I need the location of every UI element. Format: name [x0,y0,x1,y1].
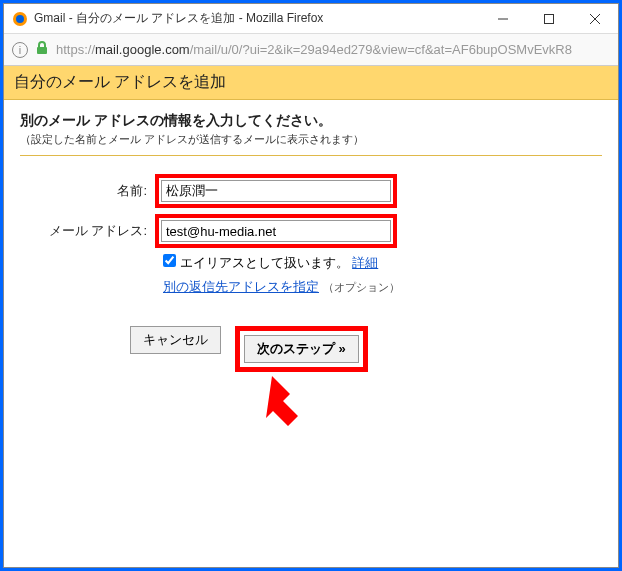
firefox-icon [12,11,28,27]
page-body: 別のメール アドレスの情報を入力してください。 （設定した名前とメール アドレス… [4,100,618,461]
alias-detail-link[interactable]: 詳細 [352,255,378,270]
url-display[interactable]: https://mail.google.com/mail/u/0/?ui=2&i… [56,42,610,57]
titlebar-left: Gmail - 自分のメール アドレスを追加 - Mozilla Firefox [12,10,323,27]
svg-marker-7 [266,376,298,426]
next-step-button[interactable]: 次のステップ » [244,335,359,363]
window-buttons [480,4,618,34]
svg-rect-6 [37,47,47,54]
url-scheme: https:// [56,42,95,57]
site-info-icon[interactable]: i [12,42,28,58]
name-label: 名前: [20,182,155,200]
email-label: メール アドレス: [20,222,155,240]
window-title: Gmail - 自分のメール アドレスを追加 - Mozilla Firefox [34,10,323,27]
highlight-name [155,174,397,208]
highlight-next: 次のステップ » [235,326,368,372]
page-header: 自分のメール アドレスを追加 [4,66,618,100]
name-input[interactable] [161,180,391,202]
cancel-button[interactable]: キャンセル [130,326,221,354]
highlight-email [155,214,397,248]
reply-link[interactable]: 別の返信先アドレスを指定 [163,279,319,294]
divider [20,155,602,156]
window-titlebar: Gmail - 自分のメール アドレスを追加 - Mozilla Firefox [4,4,618,34]
alias-checkbox[interactable] [163,254,176,267]
svg-rect-3 [545,14,554,23]
svg-point-1 [16,15,24,23]
alias-label: エイリアスとして扱います。 [180,255,349,270]
maximize-button[interactable] [526,4,572,34]
url-host: mail.google.com [95,42,190,57]
url-path: /mail/u/0/?ui=2&ik=29a94ed279&view=cf&at… [190,42,572,57]
reply-suffix: （オプション） [323,281,400,293]
minimize-button[interactable] [480,4,526,34]
sub-text: （設定した名前とメール アドレスが送信するメールに表示されます） [20,132,602,147]
row-name: 名前: [20,174,602,208]
browser-window: Gmail - 自分のメール アドレスを追加 - Mozilla Firefox… [3,3,619,568]
page-content: 自分のメール アドレスを追加 別のメール アドレスの情報を入力してください。 （… [4,66,618,567]
address-bar: i https://mail.google.com/mail/u/0/?ui=2… [4,34,618,66]
reply-row: 別の返信先アドレスを指定 （オプション） [163,278,602,296]
lock-icon [36,41,48,58]
action-row: キャンセル 次のステップ » [130,326,602,372]
page-title: 自分のメール アドレスを追加 [14,73,226,90]
alias-row: エイリアスとして扱います。 詳細 [163,254,602,272]
form: 名前: メール アドレス: エイリアスとして扱います。 詳細 [20,174,602,449]
row-email: メール アドレス: [20,214,602,248]
email-input[interactable] [161,220,391,242]
close-button[interactable] [572,4,618,34]
lead-text: 別のメール アドレスの情報を入力してください。 [20,112,602,130]
annotation-arrow [250,376,602,449]
